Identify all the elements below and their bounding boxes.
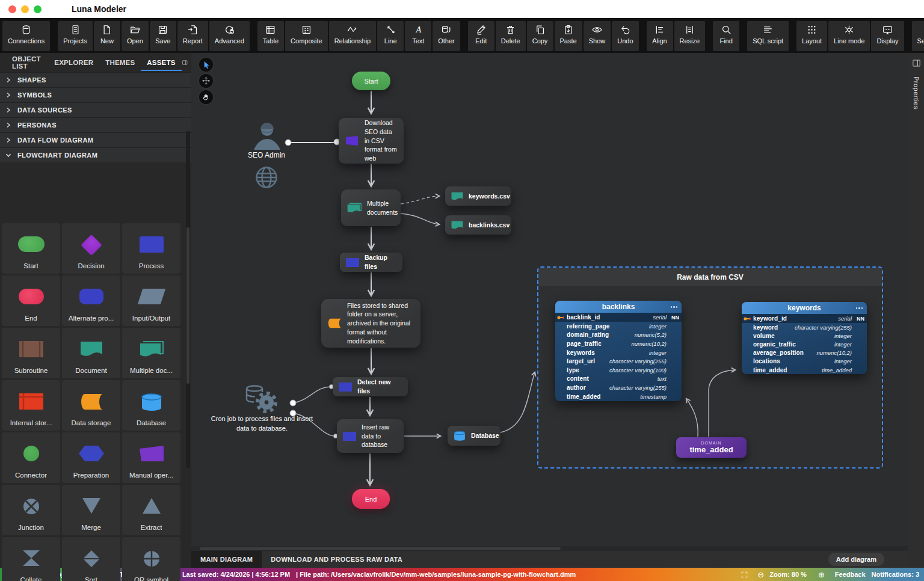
- shape-manual-operation[interactable]: Manual oper...: [122, 432, 180, 483]
- show-button[interactable]: Show: [584, 21, 611, 51]
- table-row[interactable]: keywordcharacter varying(255): [742, 323, 867, 331]
- table-row[interactable]: backlink_idserialNN: [555, 313, 682, 322]
- node-end[interactable]: End: [352, 489, 390, 509]
- find-button[interactable]: Find: [713, 21, 739, 51]
- shape-database[interactable]: Database: [122, 380, 180, 431]
- report-button[interactable]: Report: [177, 21, 208, 51]
- table-row[interactable]: domain_ratingnumeric(5,2): [555, 331, 682, 340]
- section-data-flow-diagram[interactable]: DATA FLOW DIAGRAM: [0, 132, 191, 147]
- undo-button[interactable]: Undo: [612, 21, 638, 51]
- shape-process[interactable]: Process: [122, 223, 180, 274]
- table-row[interactable]: time_addedtime_added: [742, 366, 867, 374]
- add-table-button[interactable]: Table: [257, 21, 284, 51]
- shape-input-output[interactable]: Input/Output: [122, 275, 180, 326]
- table-row[interactable]: organic_trafficinteger: [742, 340, 867, 348]
- canvas-horizontal-scrollbar[interactable]: [191, 546, 908, 551]
- shape-junction[interactable]: Junction: [2, 485, 60, 535]
- table-row[interactable]: contenttext: [555, 375, 682, 384]
- node-download-seo-data[interactable]: Download SEO data in CSV format from web: [339, 118, 404, 164]
- node-database[interactable]: Database: [448, 426, 500, 446]
- zoom-out-icon[interactable]: ⊖: [757, 570, 764, 579]
- persona-icon[interactable]: [251, 121, 283, 151]
- shape-or-symbol[interactable]: OR symbol: [122, 537, 180, 581]
- table-row[interactable]: referring_pageinteger: [555, 322, 682, 331]
- shape-merge[interactable]: Merge: [62, 485, 120, 535]
- node-detect-new-files[interactable]: Detect new files: [333, 377, 408, 396]
- table-row[interactable]: typecharacter varying(100): [555, 366, 682, 375]
- shape-internal-storage[interactable]: Internal stor...: [2, 380, 60, 431]
- pointer-tool-button[interactable]: [198, 57, 214, 73]
- shape-alternate-process[interactable]: Alternate pro...: [62, 275, 120, 326]
- cron-job-icon[interactable]: [244, 384, 279, 414]
- save-button[interactable]: Save: [150, 21, 176, 51]
- new-button[interactable]: New: [94, 21, 120, 51]
- connections-button[interactable]: Connections: [2, 21, 50, 51]
- properties-label[interactable]: Properties: [913, 76, 920, 109]
- projects-button[interactable]: Projects: [58, 21, 93, 51]
- properties-panel-icon[interactable]: [911, 58, 922, 68]
- zoom-window-button[interactable]: [34, 5, 42, 13]
- node-multiple-documents[interactable]: Multiple documents: [341, 189, 401, 226]
- edit-button[interactable]: Edit: [468, 21, 494, 51]
- section-flowchart-diagram[interactable]: FLOWCHART DIAGRAM: [0, 147, 191, 162]
- section-symbols[interactable]: SYMBOLS: [0, 87, 191, 102]
- display-button[interactable]: Display: [871, 21, 904, 51]
- table-menu-icon[interactable]: [856, 307, 863, 309]
- tab-main-diagram[interactable]: MAIN DIAGRAM: [191, 551, 262, 568]
- shape-decision[interactable]: Decision: [62, 223, 120, 274]
- table-row[interactable]: keyword_idserialNN: [742, 314, 867, 323]
- shape-end[interactable]: End: [2, 275, 60, 326]
- shape-preparation[interactable]: Preparation: [62, 432, 120, 483]
- shape-collate[interactable]: Collate: [2, 537, 60, 581]
- table-row[interactable]: keywordsinteger: [555, 348, 682, 357]
- node-insert-raw-data[interactable]: Insert raw data to database: [337, 419, 404, 453]
- delete-button[interactable]: Delete: [496, 21, 526, 51]
- layout-button[interactable]: Layout: [796, 21, 827, 51]
- tab-explorer[interactable]: EXPLORER: [48, 54, 99, 71]
- table-row[interactable]: average_positionnumeric(10,2): [742, 349, 867, 357]
- copy-button[interactable]: Copy: [527, 21, 553, 51]
- advanced-button[interactable]: Advanced: [209, 21, 250, 51]
- zoom-in-icon[interactable]: ⊕: [818, 570, 825, 579]
- sidebar-panel-icon[interactable]: [182, 58, 188, 67]
- settings-button[interactable]: Settings: [912, 21, 924, 51]
- move-tool-button[interactable]: [198, 73, 214, 89]
- shape-subroutine[interactable]: Subroutine: [2, 328, 60, 378]
- tab-download-and-process-raw-data[interactable]: DOWNLOAD AND PROCESS RAW DATA: [262, 551, 411, 568]
- node-domain-time-added[interactable]: DOMAIN time_added: [676, 437, 747, 458]
- sidebar-scrollbar[interactable]: [186, 131, 190, 468]
- table-row[interactable]: volumeinteger: [742, 331, 867, 340]
- open-button[interactable]: Open: [122, 21, 149, 51]
- add-composite-button[interactable]: Composite: [285, 21, 328, 51]
- table-menu-icon[interactable]: [671, 306, 678, 308]
- add-text-button[interactable]: Text: [405, 21, 431, 51]
- table-row[interactable]: time_addedtimestamp: [555, 392, 682, 401]
- add-relationship-button[interactable]: Relationship: [329, 21, 377, 51]
- table-row[interactable]: locationsinteger: [742, 357, 867, 366]
- align-button[interactable]: Align: [647, 21, 673, 51]
- close-window-button[interactable]: [8, 5, 16, 13]
- add-other-button[interactable]: Other: [433, 21, 460, 51]
- table-keywords[interactable]: keywords keyword_idserialNN keywordchara…: [742, 302, 867, 374]
- pan-tool-button[interactable]: [198, 89, 214, 105]
- table-row[interactable]: page_trafficnumeric(10,2): [555, 339, 682, 348]
- shape-document[interactable]: Document: [62, 328, 120, 378]
- shape-start[interactable]: Start: [2, 223, 60, 274]
- shape-extract[interactable]: Extract: [122, 485, 180, 535]
- notifications-link[interactable]: Notifications: 3: [872, 571, 919, 578]
- resize-button[interactable]: Resize: [674, 21, 706, 51]
- tab-assets[interactable]: ASSETS: [141, 54, 181, 71]
- section-data-sources[interactable]: DATA SOURCES: [0, 102, 191, 117]
- shape-data-storage[interactable]: Data storage: [62, 380, 120, 431]
- node-files-stored[interactable]: Files stored to shared folder on a serve…: [321, 299, 420, 348]
- tab-object-list[interactable]: OBJECT LIST: [6, 51, 48, 75]
- sql-script-button[interactable]: SQL script: [747, 21, 789, 51]
- paste-button[interactable]: Paste: [555, 21, 582, 51]
- fullscreen-icon[interactable]: [741, 571, 748, 579]
- shape-sort[interactable]: Sort: [62, 537, 120, 581]
- shape-connector[interactable]: Connector: [2, 432, 60, 483]
- globe-icon[interactable]: [255, 166, 278, 189]
- table-row[interactable]: authorcharacter varying(255): [555, 383, 682, 392]
- table-backlinks[interactable]: backlinks backlink_idserialNN referring_…: [555, 301, 682, 401]
- minimize-window-button[interactable]: [21, 5, 29, 13]
